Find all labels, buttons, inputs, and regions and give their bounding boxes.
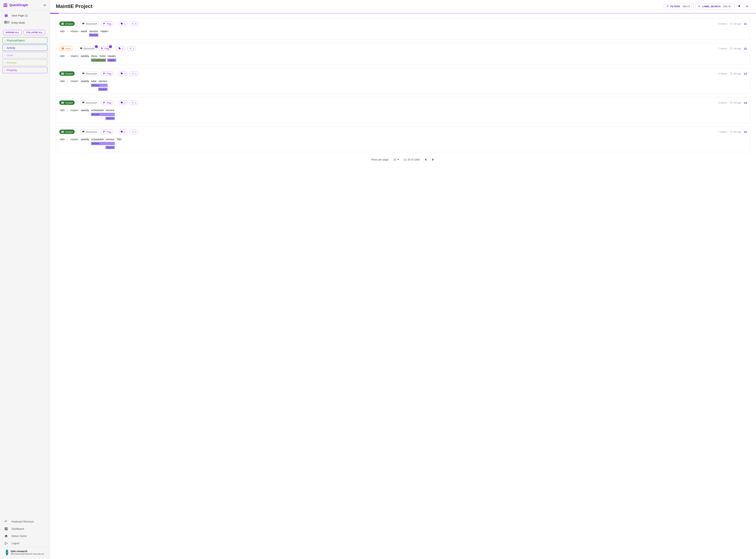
token[interactable]: - (67, 108, 68, 112)
token[interactable]: service (98, 79, 108, 83)
next-page-button[interactable] (431, 158, 435, 161)
unsave-button[interactable]: Unsave (59, 100, 75, 105)
token[interactable]: - (67, 137, 68, 141)
share-count-button[interactable]: 0 (129, 21, 138, 26)
flag-button[interactable]: Flag (101, 71, 113, 76)
discussion-button[interactable]: Discussion1 (78, 46, 97, 51)
annotation-span-label[interactable]: Service (91, 84, 108, 87)
panel-toggle-button[interactable] (744, 3, 750, 9)
token[interactable]: service (105, 137, 115, 141)
token[interactable]: scheduled (91, 137, 104, 141)
token-text: scheduled (91, 108, 104, 112)
annotation-span-label[interactable]: Service (98, 88, 108, 91)
token[interactable]: weekly (81, 79, 89, 83)
token[interactable]: lube (91, 79, 97, 83)
flag-button[interactable]: Flag1 (99, 46, 111, 51)
category-property[interactable]: ›Property (2, 67, 47, 73)
category-physicalobject[interactable]: ›PhysicalObject (2, 37, 47, 44)
flag-button[interactable]: Flag (101, 100, 113, 105)
token[interactable]: weekly (81, 108, 89, 112)
flag-button[interactable]: Flag (101, 21, 113, 26)
token[interactable]: <id> (59, 108, 65, 112)
discussion-button[interactable]: Discussion (80, 71, 99, 76)
annotation-span-label[interactable]: Service (105, 146, 115, 149)
token[interactable]: serviceService (89, 29, 98, 37)
token[interactable]: TBC (116, 137, 123, 141)
token[interactable]: - (67, 29, 68, 37)
token[interactable]: <num> (70, 29, 79, 37)
svg-point-1 (132, 23, 132, 24)
annotation-span-label[interactable]: Service (91, 113, 115, 116)
time-ago: 2M ago (730, 72, 741, 75)
token-text: <id> (59, 137, 65, 141)
share-count-button[interactable]: 1 (127, 46, 136, 51)
logo[interactable]: QuickGraph (4, 3, 28, 7)
token[interactable]: weekly (81, 54, 89, 58)
token[interactable]: <id> (59, 29, 65, 37)
token[interactable]: scheduled (91, 108, 104, 112)
token[interactable]: <id> (59, 54, 65, 58)
discussion-button[interactable]: Discussion (80, 129, 99, 134)
save-page-item[interactable]: Save Page (1) (0, 12, 50, 19)
token[interactable]: <id> (59, 137, 65, 141)
category-state[interactable]: ›State (2, 52, 47, 59)
share-count-button[interactable]: 1 (129, 100, 138, 105)
tag-count-button[interactable]: 2 (118, 100, 128, 105)
annotation-span-label[interactable]: Service (105, 117, 115, 120)
annotation-label[interactable]: Service (89, 33, 98, 37)
span-label-row: ClosedEnclosureGuidingObjectRepair (59, 58, 747, 62)
sidebar-collapse-button[interactable] (43, 4, 46, 7)
annotation-span-label[interactable]: ClosedEnclosureGuidingObject (91, 59, 106, 62)
token[interactable]: repairs (107, 54, 116, 58)
unsave-button[interactable]: Unsave (59, 71, 75, 76)
annotation-span-label[interactable]: Repair (107, 59, 116, 62)
flag-button[interactable]: Flag (101, 129, 113, 134)
share-count-button[interactable]: 1 (129, 129, 138, 134)
prev-page-button[interactable] (424, 158, 427, 161)
tag-count-button[interactable]: 1 (118, 21, 128, 26)
unsave-button[interactable]: Unsave (59, 22, 75, 26)
badge: 1 (95, 45, 98, 48)
collapse-all-button[interactable]: COLLAPSE ALL (24, 30, 45, 35)
annotation-span-label[interactable]: Service (91, 142, 115, 145)
tag-count-button[interactable]: 2 (118, 129, 128, 134)
divider (77, 101, 77, 105)
discussion-button[interactable]: Discussion (80, 100, 99, 105)
token[interactable]: week (81, 29, 88, 37)
token[interactable]: service (105, 108, 115, 112)
token[interactable]: <num> (70, 108, 79, 112)
token[interactable]: <num> (70, 137, 79, 141)
expand-all-button[interactable]: EXPAND ALL (3, 30, 22, 35)
user-row[interactable]: t tyler-research tyler.bikaun@research.u… (2, 547, 47, 558)
return-home-item[interactable]: Return Home (0, 532, 50, 540)
tag-count-button[interactable]: 2 (116, 46, 125, 51)
category-activity[interactable]: ›Activity (2, 45, 47, 51)
tag-count-button[interactable]: 2 (118, 71, 128, 76)
token[interactable]: <date> (100, 29, 109, 37)
token[interactable]: <id> (59, 79, 65, 83)
share-icon (131, 72, 134, 75)
token[interactable]: - (67, 79, 68, 83)
keyboard-shortcuts-item[interactable]: Keyboard Shortcuts (0, 518, 50, 525)
discussion-button[interactable]: Discussion (80, 21, 99, 26)
dashboard-item[interactable]: Dashboard (0, 525, 50, 532)
token[interactable]: hose (99, 54, 106, 58)
token[interactable]: - (67, 54, 68, 58)
category-process[interactable]: ›Process (2, 60, 47, 66)
user-info: tyler-research tyler.bikaun@research.uwa… (11, 550, 44, 555)
token[interactable]: weekly (81, 137, 89, 141)
save-button[interactable]: Save (59, 46, 72, 51)
toggle-icon[interactable] (4, 21, 8, 25)
label-search-button[interactable]: LABEL SEARCH Ctrl + K (695, 3, 734, 9)
entity-mode-item[interactable]: Entity Mode (0, 19, 50, 26)
notifications-button[interactable] (736, 3, 742, 9)
divider (77, 22, 77, 25)
token[interactable]: Ryco (91, 54, 98, 58)
filters-button[interactable]: FILTERS Ctrl + F (664, 3, 694, 9)
rows-per-page-select[interactable]: 10 (393, 158, 399, 161)
unsave-button[interactable]: Unsave (59, 130, 75, 134)
share-count-button[interactable]: 1 (129, 71, 138, 76)
logout-item[interactable]: Logout (0, 540, 50, 547)
token[interactable]: <num> (70, 54, 79, 58)
token[interactable]: <num> (70, 79, 79, 83)
